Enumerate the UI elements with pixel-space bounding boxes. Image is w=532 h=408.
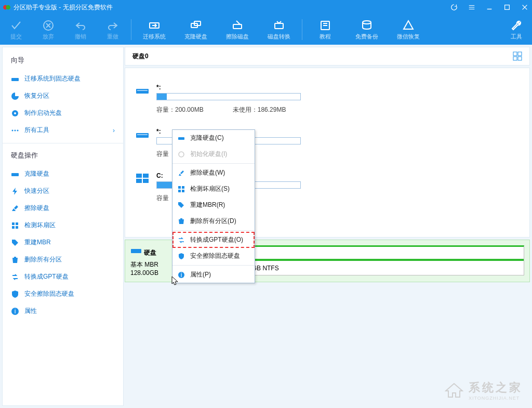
sidebar-item-badsector[interactable]: 检测坏扇区 xyxy=(3,217,123,234)
ctx-init: 初始化硬盘(I) xyxy=(172,146,255,162)
backup-button[interactable]: 免费备份 xyxy=(346,15,388,45)
disk-map-type: 基本 MBR xyxy=(130,260,178,269)
sidebar-item-togpt[interactable]: 转换成GPT硬盘 xyxy=(3,268,123,285)
svg-point-1 xyxy=(6,5,10,10)
svg-rect-28 xyxy=(136,89,149,94)
drive-icon xyxy=(130,245,142,255)
ctx-properties[interactable]: i属性(P) xyxy=(172,267,255,283)
svg-rect-11 xyxy=(11,78,19,81)
usage-bar xyxy=(156,93,301,100)
view-toggle-icon[interactable] xyxy=(513,51,522,61)
ctx-rebuildmbr[interactable]: 重建MBR(R) xyxy=(172,197,255,213)
minimize-icon[interactable] xyxy=(485,3,494,11)
shield-icon xyxy=(11,290,19,298)
svg-point-13 xyxy=(14,112,16,114)
svg-rect-20 xyxy=(12,226,15,229)
partition-card[interactable]: *: 容量：200.00MB 未使用：186.29MB xyxy=(136,78,519,123)
menu-icon[interactable] xyxy=(468,3,476,11)
svg-rect-37 xyxy=(178,137,184,140)
redo-button[interactable]: 重做 xyxy=(97,15,129,45)
svg-rect-31 xyxy=(137,134,148,135)
close-icon[interactable] xyxy=(521,3,529,11)
svg-rect-39 xyxy=(178,186,181,189)
tools-button[interactable]: 工具 xyxy=(501,15,532,45)
wechat-recover-button[interactable]: 微信恢复 xyxy=(388,15,429,45)
disc-icon xyxy=(11,109,19,117)
info-icon: i xyxy=(178,271,185,279)
sidebar-item-quick[interactable]: 快速分区 xyxy=(3,182,123,200)
sidebar-item-recover[interactable]: 恢复分区 xyxy=(3,87,123,104)
drive-icon xyxy=(136,85,149,95)
svg-rect-24 xyxy=(513,52,517,56)
sidebar-item-wipe[interactable]: 擦除硬盘 xyxy=(3,200,123,217)
svg-rect-42 xyxy=(182,190,184,192)
ctx-clone[interactable]: 克隆硬盘(C) xyxy=(172,130,255,146)
svg-point-10 xyxy=(363,21,371,24)
sidebar-item-rebuildmbr[interactable]: 重建MBR xyxy=(3,234,123,251)
window-title: 分区助手专业版 - 无损分区免费软件 xyxy=(14,3,113,12)
context-menu: 克隆硬盘(C) 初始化硬盘(I) 擦除硬盘(W) 检测坏扇区(S) 重建MBR(… xyxy=(172,129,255,283)
convert-icon xyxy=(178,236,185,244)
app-logo-icon xyxy=(3,4,10,11)
svg-point-15 xyxy=(15,129,16,131)
sidebar-item-properties[interactable]: i属性 xyxy=(3,302,123,320)
refresh-icon[interactable] xyxy=(450,3,458,11)
migrate-button[interactable]: 迁移系统 xyxy=(134,15,175,45)
sidebar-item-migrate-ssd[interactable]: 迁移系统到固态硬盘 xyxy=(3,70,123,87)
commit-button[interactable]: 提交 xyxy=(0,15,32,45)
ctx-convert-gpt[interactable]: 转换成GPT硬盘(O) xyxy=(172,232,255,248)
bolt-icon xyxy=(11,187,19,195)
shield-icon xyxy=(178,253,185,260)
toolbar: 提交 放弃 撤销 重做 迁移系统 克隆硬盘 擦除磁盘 磁盘转换 教程 免费备份 … xyxy=(0,15,532,45)
sidebar-item-securewipe[interactable]: 安全擦除固态硬盘 xyxy=(3,285,123,302)
grid-icon xyxy=(11,221,19,230)
house-icon xyxy=(445,383,463,398)
sidebar-item-alltools[interactable]: 所有工具› xyxy=(3,122,123,139)
clone-disk-button[interactable]: 克隆硬盘 xyxy=(175,15,217,45)
trash-icon xyxy=(178,218,185,225)
tag-icon xyxy=(178,202,185,209)
svg-point-14 xyxy=(12,129,14,131)
ctx-securewipe[interactable]: 安全擦除固态硬盘 xyxy=(172,248,255,264)
sidebar-item-label: 重建MBR xyxy=(24,238,51,247)
chevron-right-icon: › xyxy=(113,127,115,134)
grid-icon xyxy=(178,186,185,193)
ctx-wipe[interactable]: 擦除硬盘(W) xyxy=(172,165,255,181)
pie-icon xyxy=(11,92,19,100)
sidebar-item-label: 安全擦除固态硬盘 xyxy=(24,289,74,298)
diskops-header: 硬盘操作 xyxy=(3,148,123,165)
maximize-icon[interactable] xyxy=(503,3,511,11)
info-icon: i xyxy=(11,307,19,315)
disk-map-title: 硬盘 xyxy=(144,249,156,256)
wizard-header: 向导 xyxy=(3,52,123,70)
svg-rect-29 xyxy=(137,90,148,91)
watermark: 系统之家 XITONGZHIJIA.NET xyxy=(445,380,523,401)
sidebar-item-label: 制作启动光盘 xyxy=(24,109,62,117)
svg-rect-34 xyxy=(136,179,142,183)
sidebar-item-bootdisk[interactable]: 制作启动光盘 xyxy=(3,104,123,122)
ctx-deleteall[interactable]: 删除所有分区(D) xyxy=(172,213,255,229)
sidebar-item-deleteall[interactable]: 删除所有分区 xyxy=(3,251,123,268)
sidebar-item-label: 恢复分区 xyxy=(24,91,49,100)
tutorial-button[interactable]: 教程 xyxy=(304,15,346,45)
wipe-disk-button[interactable]: 擦除磁盘 xyxy=(217,15,258,45)
drive-icon xyxy=(11,75,19,83)
svg-rect-32 xyxy=(136,174,142,178)
discard-button[interactable]: 放弃 xyxy=(32,15,64,45)
disk-header: 硬盘0 xyxy=(125,47,530,65)
disk-convert-button[interactable]: 磁盘转换 xyxy=(258,15,300,45)
svg-rect-25 xyxy=(518,52,522,56)
svg-rect-17 xyxy=(11,173,19,176)
sidebar-item-clone[interactable]: 克隆硬盘 xyxy=(3,165,123,182)
tag-icon xyxy=(11,239,19,247)
svg-text:i: i xyxy=(15,308,16,315)
ctx-badsector[interactable]: 检测坏扇区(S) xyxy=(172,181,255,197)
svg-point-16 xyxy=(17,129,19,131)
undo-button[interactable]: 撤销 xyxy=(64,15,97,45)
svg-rect-2 xyxy=(505,5,510,10)
sidebar-item-label: 迁移系统到固态硬盘 xyxy=(24,74,81,83)
drive-icon xyxy=(136,129,149,139)
svg-rect-21 xyxy=(16,226,18,229)
sidebar-item-label: 克隆硬盘 xyxy=(24,169,49,178)
drive-icon xyxy=(11,170,19,178)
